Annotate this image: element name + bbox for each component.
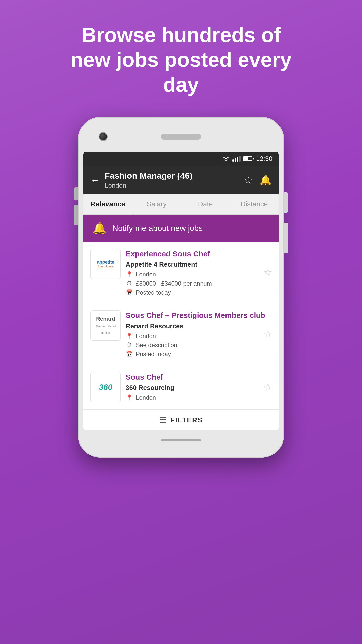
header-title-block: Fashion Manager (46) London [105,171,239,189]
status-icons: 12:30 [222,155,273,163]
company-logo-appetite: appetite4 recruitment [90,249,121,279]
location-pin-icon-1: 📍 [126,271,133,278]
company-name-1: Appetite 4 Recruitment [126,261,272,268]
app-header: ← Fashion Manager (46) London ☆ 🔔 [83,166,279,194]
save-jobs-icon[interactable]: ☆ [244,175,253,186]
phone-shell: 12:30 ← Fashion Manager (46) London ☆ 🔔 … [78,117,284,458]
status-bar: 12:30 [83,152,279,166]
location-pin-icon-3: 📍 [126,394,133,401]
company-name-3: 360 Resourcing [126,384,272,392]
location-pin-icon-2: 📍 [126,333,133,339]
job-location-3: London [136,394,156,401]
job-details-3: Sous Chef 360 Resourcing 📍 London [126,372,272,401]
phone-screen: 12:30 ← Fashion Manager (46) London ☆ 🔔 … [83,152,279,430]
phone-bottom-area [83,430,279,451]
tab-salary[interactable]: Salary [132,194,181,214]
tab-relevance[interactable]: Relevance [83,194,132,214]
job-meta-1: 📍 London ⏱ £30000 - £34000 per annum 📅 P… [126,271,272,296]
tab-date[interactable]: Date [181,194,230,214]
calendar-icon-1: 📅 [126,289,133,296]
company-name-2: Renard Resources [126,322,272,330]
job-title-2: Sous Chef – Prestigious Members club [126,310,272,320]
signal-icon [232,156,241,162]
job-salary-2: See description [136,342,177,349]
company-logo-renard: RenardThe recruiter of choice [90,310,121,341]
sort-tabs: Relevance Salary Date Distance [83,194,279,215]
favorite-button-3[interactable]: ☆ [263,381,273,393]
notifications-icon[interactable]: 🔔 [260,175,272,186]
notify-bell-icon: 🔔 [93,222,106,235]
filters-label: FILTERS [170,416,203,424]
bottom-bar: ☰ FILTERS [83,410,279,430]
job-details-1: Experienced Sous Chef Appetite 4 Recruit… [126,249,272,296]
phone-wrapper: 12:30 ← Fashion Manager (46) London ☆ 🔔 … [78,117,284,458]
company-logo-resourcing: 360 [90,372,121,402]
job-details-2: Sous Chef – Prestigious Members club Ren… [126,310,272,358]
job-item-1[interactable]: appetite4 recruitment Experienced Sous C… [83,242,279,303]
favorite-button-2[interactable]: ☆ [263,328,273,340]
volume-down-button[interactable] [74,205,78,225]
job-location-2: London [136,333,156,340]
home-indicator [161,439,201,441]
salary-clock-icon-1: ⏱ [126,280,133,287]
side-buttons [74,187,78,225]
volume-up-button[interactable] [74,187,78,200]
wifi-icon [222,156,230,162]
job-item-2[interactable]: RenardThe recruiter of choice Sous Chef … [83,303,279,365]
salary-clock-icon-2: ⏱ [126,342,133,348]
battery-icon [243,156,254,161]
header-actions: ☆ 🔔 [244,175,272,186]
back-button[interactable]: ← [90,176,100,185]
job-posted-1: Posted today [136,289,171,296]
phone-top-area [83,124,279,149]
job-title-3: Sous Chef [126,372,272,382]
job-salary-1: £30000 - £34000 per annum [136,280,212,287]
header-title: Fashion Manager (46) [105,171,239,181]
front-camera [99,132,108,141]
job-title-1: Experienced Sous Chef [126,249,272,259]
job-item-3[interactable]: 360 Sous Chef 360 Resourcing 📍 London ☆ [83,365,279,410]
header-subtitle: London [105,182,239,189]
job-list: appetite4 recruitment Experienced Sous C… [83,242,279,410]
calendar-icon-2: 📅 [126,351,133,357]
tab-distance[interactable]: Distance [230,194,279,214]
status-time: 12:30 [256,155,273,163]
notify-text: Notify me about new jobs [112,224,203,233]
job-meta-2: 📍 London ⏱ See description 📅 Posted toda… [126,333,272,358]
favorite-button-1[interactable]: ☆ [263,267,273,278]
hero-title-text: Browse hundreds of new jobs posted every… [68,23,294,97]
filters-button[interactable]: ☰ FILTERS [159,415,203,425]
notify-banner[interactable]: 🔔 Notify me about new jobs [83,215,279,242]
earpiece-speaker [161,134,201,140]
filters-icon: ☰ [159,415,167,425]
job-location-1: London [136,271,156,278]
job-posted-2: Posted today [136,351,171,358]
